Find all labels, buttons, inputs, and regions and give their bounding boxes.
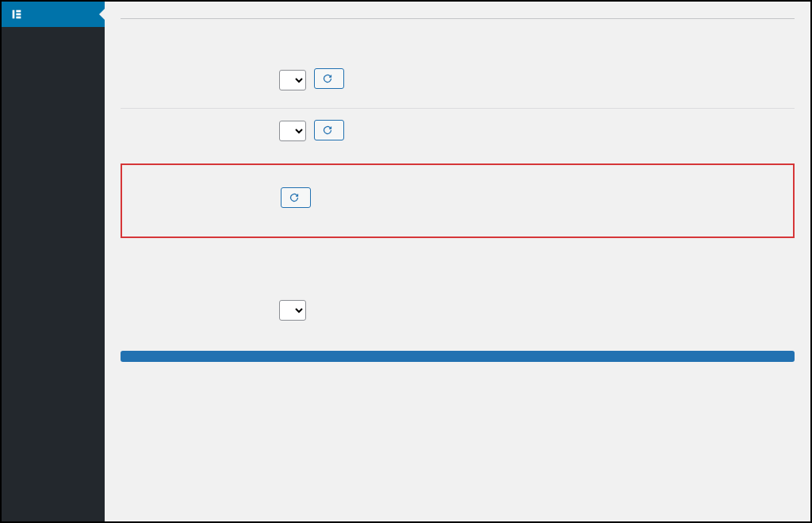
reinstall-button[interactable] [314, 68, 344, 89]
rollback-pro-version-label [121, 108, 279, 159]
page-title [121, 2, 795, 18]
svg-rect-3 [16, 17, 21, 19]
refresh-icon [323, 125, 332, 135]
refresh-icon [289, 193, 299, 202]
migrate-button[interactable] [281, 187, 311, 208]
reinstall-pro-button[interactable] [314, 120, 344, 140]
rollback-version-select[interactable] [279, 70, 306, 90]
rollback-pro-version-select[interactable] [279, 121, 306, 141]
rerun-highlight-box [121, 163, 795, 238]
rollback-version-label [121, 57, 279, 108]
admin-sidebar [2, 2, 105, 521]
tab-bar [121, 18, 795, 19]
main-content [105, 2, 810, 521]
svg-rect-0 [13, 10, 15, 19]
elementor-icon [10, 7, 24, 21]
refresh-icon [323, 74, 332, 83]
rerun-label [122, 176, 281, 225]
svg-rect-1 [16, 10, 21, 13]
beta-tester-select[interactable] [279, 300, 306, 321]
svg-rect-2 [16, 13, 21, 16]
sidebar-item-elementor[interactable] [2, 2, 105, 27]
save-changes-button[interactable] [121, 351, 795, 362]
beta-tester-label [121, 289, 279, 338]
